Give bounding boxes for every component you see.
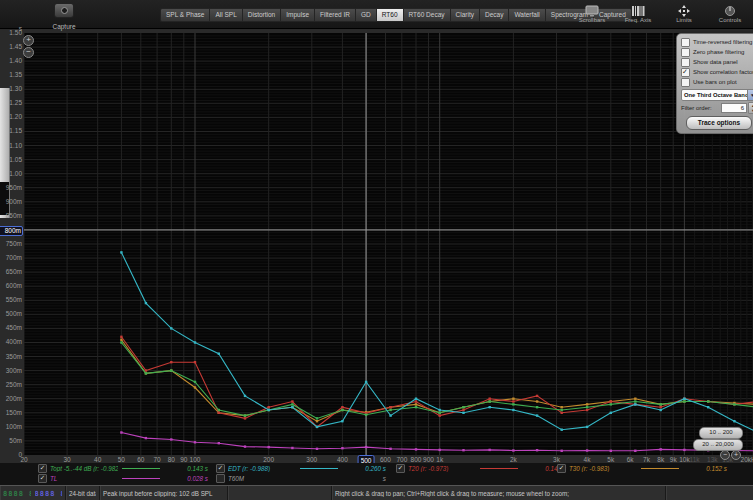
level-meters: 8888 8888 8888 8888 bbox=[0, 486, 66, 500]
option-row-show-correlation-factor: Show correlation factor bbox=[677, 67, 753, 77]
bands-dropdown-value: One Third Octave Bands bbox=[682, 92, 747, 98]
y-tick-label: 1.05 bbox=[0, 156, 22, 164]
tab-impulse[interactable]: Impulse bbox=[280, 8, 314, 22]
legend-entry-t30: ✓T30 (r: -0.983)0.152 s bbox=[557, 464, 733, 473]
tab-gd[interactable]: GD bbox=[355, 8, 376, 22]
help-segment: Right click & drag to pan; Ctrl+Right cl… bbox=[332, 486, 666, 500]
option-label: Show correlation factor bbox=[693, 69, 753, 75]
y-tick-label: 1.35 bbox=[0, 71, 22, 79]
legend-checkbox-t60m[interactable] bbox=[216, 474, 225, 483]
tool-label: Scrollbars bbox=[573, 17, 611, 23]
zoom-in-x-icon[interactable]: + bbox=[731, 450, 741, 460]
option-label: Zero phase filtering bbox=[693, 49, 744, 55]
capture-label: Capture bbox=[46, 23, 82, 30]
legend-line-swatch bbox=[641, 468, 679, 469]
checkbox-use-bars-on-plot[interactable] bbox=[681, 78, 690, 87]
y-tick-label: 600m bbox=[0, 282, 22, 290]
y-tick-label: 50m bbox=[0, 437, 22, 445]
checkbox-zero-phase-filtering[interactable] bbox=[681, 48, 690, 57]
tool-label: Limits bbox=[665, 17, 703, 23]
tab-distortion[interactable]: Distortion bbox=[242, 8, 280, 22]
y-tick-label: 750m bbox=[0, 240, 22, 248]
rew-window: Capture SPL & PhaseAll SPLDistortionImpu… bbox=[0, 0, 753, 500]
y-tick-label: 950m bbox=[0, 184, 22, 192]
checkbox-show-correlation-factor[interactable] bbox=[681, 68, 690, 77]
filter-order-row: Filter order: 6 ▲▼ bbox=[677, 102, 753, 113]
legend-entry-t60m: T60Ms bbox=[216, 474, 392, 483]
legend-value: 0.143 s bbox=[164, 465, 214, 472]
y-tick-label: 350m bbox=[0, 353, 22, 361]
y-tick-label: 550m bbox=[0, 296, 22, 304]
y-tick-label: 700m bbox=[0, 254, 22, 262]
y-tick-label: 500m bbox=[0, 310, 22, 318]
tab-rt60[interactable]: RT60 bbox=[376, 8, 403, 22]
level-meter-blue: 8888 8888 bbox=[35, 490, 63, 498]
toolbar-tools: ScrollbarsFreq. AxisLimitsControls bbox=[573, 2, 749, 23]
y-tick-label: 1.10 bbox=[0, 142, 22, 150]
legend-checkbox-edt[interactable]: ✓ bbox=[216, 464, 225, 473]
rt60-plot[interactable] bbox=[24, 33, 753, 455]
filter-order-stepper[interactable]: ▲▼ bbox=[748, 102, 753, 114]
bands-dropdown[interactable]: One Third Octave Bands ▼ bbox=[681, 89, 753, 101]
option-row-show-data-panel: Show data panel bbox=[677, 57, 753, 67]
legend-label: T30 (r: -0.983) bbox=[569, 465, 637, 472]
legend-line-swatch bbox=[300, 478, 338, 479]
legend-line-swatch bbox=[122, 478, 160, 479]
legend-line-swatch bbox=[122, 468, 160, 469]
tab-rt60-decay[interactable]: RT60 Decay bbox=[403, 8, 450, 22]
tool-controls-button[interactable]: Controls bbox=[711, 2, 749, 23]
legend-checkbox-t30[interactable]: ✓ bbox=[557, 464, 566, 473]
zoom-out-x-icon[interactable]: − bbox=[720, 450, 730, 460]
tab-decay[interactable]: Decay bbox=[479, 8, 508, 22]
legend-entry-edt: ✓EDT (r: -0.988)0.260 s bbox=[216, 464, 392, 473]
trace-options-button[interactable]: Trace options bbox=[686, 116, 752, 130]
filter-order-value[interactable]: 6 bbox=[721, 103, 747, 113]
tool-scrollbars-button[interactable]: Scrollbars bbox=[573, 2, 611, 23]
peak-info-text: Peak input before clipping: 102 dB SPL bbox=[103, 490, 213, 497]
y-tick-label: 200m bbox=[0, 395, 22, 403]
option-label: Use bars on plot bbox=[693, 79, 737, 85]
legend-checkbox-tl[interactable]: ✓ bbox=[38, 474, 47, 483]
tool-label: Controls bbox=[711, 17, 749, 23]
legend-checkbox-t20[interactable]: ✓ bbox=[396, 464, 405, 473]
trace-topt bbox=[120, 341, 753, 419]
chevron-down-icon: ▼ bbox=[747, 90, 753, 100]
grid-horizontal bbox=[24, 36, 753, 452]
tool-limits-button[interactable]: Limits bbox=[665, 2, 703, 23]
tab-clarity[interactable]: Clarity bbox=[450, 8, 479, 22]
legend-checkbox-topt[interactable]: ✓ bbox=[38, 464, 47, 473]
legend-value: 0.028 s bbox=[164, 475, 214, 482]
y-tick-label: 450m bbox=[0, 324, 22, 332]
legend-entry-topt: ✓Topt -5..-44 dB (r: -0.982)0.143 s bbox=[38, 464, 214, 473]
legend-label: Topt -5..-44 dB (r: -0.982) bbox=[50, 465, 118, 472]
controls-icon bbox=[711, 3, 749, 16]
zoom-in-y-icon[interactable]: + bbox=[23, 35, 34, 46]
checkbox-show-data-panel[interactable] bbox=[681, 58, 690, 67]
bit-depth-text: 24-bit data bbox=[69, 490, 96, 497]
tool-label: Freq. Axis bbox=[619, 17, 657, 23]
freq-range-zoom-button[interactable]: 10 .. 200 bbox=[699, 427, 743, 439]
top-toolbar: Capture SPL & PhaseAll SPLDistortionImpu… bbox=[0, 0, 753, 29]
legend-value: 0.152 s bbox=[683, 465, 733, 472]
trace-tl bbox=[120, 431, 753, 452]
legend-entry-tl: ✓TL0.028 s bbox=[38, 474, 214, 483]
freq-range-full-button[interactable]: 20 .. 20,000 bbox=[693, 439, 743, 451]
legend-line-swatch bbox=[300, 468, 338, 469]
checkbox-time-reversed-filtering[interactable] bbox=[681, 38, 690, 47]
filter-order-label: Filter order: bbox=[681, 105, 721, 111]
status-bar: 8888 8888 8888 8888 24-bit data Peak inp… bbox=[0, 485, 753, 500]
legend-label: TL bbox=[50, 475, 118, 482]
option-row-time-reversed-filtering: Time-reversed filtering bbox=[677, 37, 753, 47]
y-tick-label: 400m bbox=[0, 338, 22, 346]
y-tick-label: 1.00 bbox=[0, 170, 22, 178]
y-cursor-label: 800m bbox=[0, 226, 23, 236]
y-tick-label: 900m bbox=[0, 198, 22, 206]
tab-spl-phase[interactable]: SPL & Phase bbox=[160, 8, 209, 22]
tab-filtered-ir[interactable]: Filtered IR bbox=[314, 8, 355, 22]
tab-all-spl[interactable]: All SPL bbox=[209, 8, 241, 22]
tool-freq-axis-button[interactable]: Freq. Axis bbox=[619, 2, 657, 23]
zoom-out-y-icon[interactable]: − bbox=[23, 47, 34, 58]
tab-waterfall[interactable]: Waterfall bbox=[508, 8, 544, 22]
option-row-zero-phase-filtering: Zero phase filtering bbox=[677, 47, 753, 57]
capture-button[interactable]: Capture bbox=[46, 1, 82, 27]
